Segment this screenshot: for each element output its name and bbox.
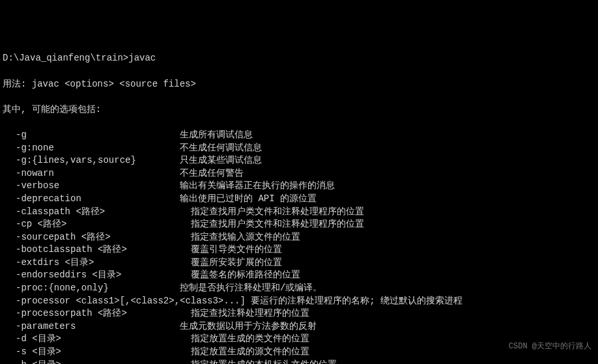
option-row: -proc:{none,only}控制是否执行注释处理和/或编译。 (3, 282, 595, 295)
option-description: 生成所有调试信息 (180, 129, 595, 142)
option-key: -verbose (3, 180, 180, 193)
option-key: -parameters (3, 320, 180, 333)
option-row: -nowarn不生成任何警告 (3, 167, 595, 180)
option-key: -sourcepath <路径> (3, 231, 180, 244)
option-key: -deprecation (3, 193, 180, 206)
option-key: -g (3, 129, 180, 142)
option-key: -g:none (3, 142, 180, 155)
option-description: 控制是否执行注释处理和/或编译。 (180, 282, 595, 295)
option-key: -classpath <路径> (3, 206, 180, 219)
option-description: 指定查找用户类文件和注释处理程序的位置 (180, 206, 595, 219)
option-key: -h <目录> (3, 359, 180, 364)
option-key: -d <目录> (3, 333, 180, 346)
option-row: -processor <class1>[,<class2>,<class3>..… (3, 295, 595, 308)
option-description: 指定放置生成的本机标头文件的位置 (180, 359, 595, 364)
option-key: -g:{lines,vars,source} (3, 154, 180, 167)
option-row: -g:{lines,vars,source}只生成某些调试信息 (3, 154, 595, 167)
option-key: -nowarn (3, 167, 180, 180)
option-row: -processorpath <路径> 指定查找注释处理程序的位置 (3, 307, 595, 320)
option-key: -endorseddirs <目录> (3, 269, 180, 282)
option-row: -d <目录> 指定放置生成的类文件的位置 (3, 333, 595, 346)
option-description: 指定查找注释处理程序的位置 (180, 307, 595, 320)
option-row: -h <目录> 指定放置生成的本机标头文件的位置 (3, 359, 595, 364)
option-row: -g生成所有调试信息 (3, 129, 595, 142)
option-row: -verbose输出有关编译器正在执行的操作的消息 (3, 180, 595, 193)
watermark-text: CSDN @天空中的行路人 (509, 341, 591, 352)
option-row: -bootclasspath <路径> 覆盖引导类文件的位置 (3, 244, 595, 257)
option-description: 覆盖引导类文件的位置 (180, 244, 595, 257)
option-key: -cp <路径> (3, 218, 180, 231)
option-key: -processorpath <路径> (3, 307, 180, 320)
option-key: -bootclasspath <路径> (3, 244, 180, 257)
option-description: 指定查找输入源文件的位置 (180, 231, 595, 244)
option-row: -parameters生成元数据以用于方法参数的反射 (3, 320, 595, 333)
option-key: -s <目录> (3, 346, 180, 359)
option-key: -extdirs <目录> (3, 257, 180, 270)
option-row: -classpath <路径> 指定查找用户类文件和注释处理程序的位置 (3, 206, 595, 219)
option-row: -deprecation输出使用已过时的 API 的源位置 (3, 193, 595, 206)
command-prompt-line: D:\Java_qianfeng\train>javac (3, 52, 595, 65)
options-list: -g生成所有调试信息-g:none不生成任何调试信息-g:{lines,vars… (3, 129, 595, 364)
option-row: -s <目录> 指定放置生成的源文件的位置 (3, 346, 595, 359)
option-description: 指定查找用户类文件和注释处理程序的位置 (180, 218, 595, 231)
option-description: 输出使用已过时的 API 的源位置 (180, 193, 595, 206)
usage-line: 用法: javac <options> <source files> (3, 78, 595, 91)
subheader-line: 其中, 可能的选项包括: (3, 104, 595, 117)
option-description: 覆盖签名的标准路径的位置 (180, 269, 595, 282)
option-row: -extdirs <目录> 覆盖所安装扩展的位置 (3, 257, 595, 270)
option-description: 不生成任何调试信息 (180, 142, 595, 155)
option-full-line: -processor <class1>[,<class2>,<class3>..… (3, 295, 463, 308)
option-row: -sourcepath <路径> 指定查找输入源文件的位置 (3, 231, 595, 244)
option-description: 只生成某些调试信息 (180, 154, 595, 167)
option-row: -g:none不生成任何调试信息 (3, 142, 595, 155)
option-description: 生成元数据以用于方法参数的反射 (180, 320, 595, 333)
option-row: -endorseddirs <目录> 覆盖签名的标准路径的位置 (3, 269, 595, 282)
option-row: -cp <路径> 指定查找用户类文件和注释处理程序的位置 (3, 218, 595, 231)
option-description: 不生成任何警告 (180, 167, 595, 180)
option-description: 覆盖所安装扩展的位置 (180, 257, 595, 270)
option-description: 输出有关编译器正在执行的操作的消息 (180, 180, 595, 193)
option-key: -proc:{none,only} (3, 282, 180, 295)
